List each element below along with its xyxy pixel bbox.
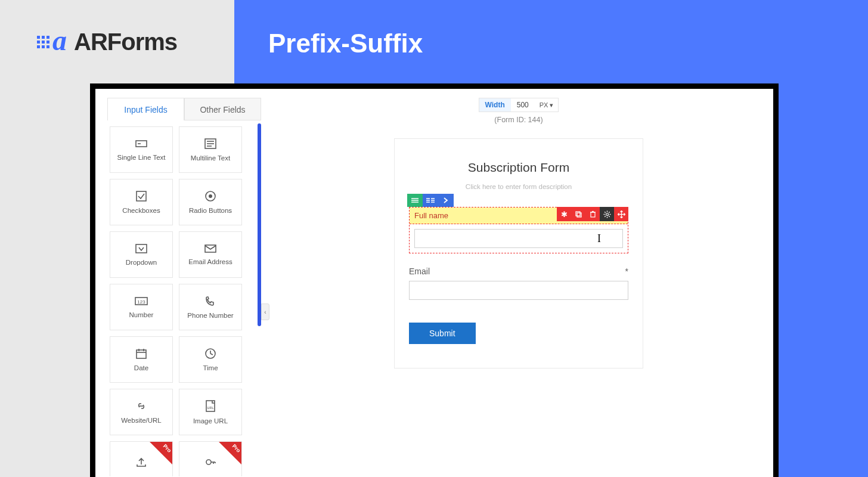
field-card-radio[interactable]: Radio Buttons bbox=[179, 179, 242, 225]
svg-rect-10 bbox=[205, 245, 216, 252]
field-card-password[interactable]: Pro bbox=[179, 441, 242, 476]
upload-icon bbox=[135, 456, 147, 468]
field-card-label: Time bbox=[203, 364, 218, 371]
email-label: Email bbox=[409, 267, 430, 276]
svg-line-54 bbox=[609, 212, 609, 212]
app-frame: Input Fields Other Fields Single Line Te… bbox=[90, 83, 779, 477]
email-icon bbox=[204, 244, 217, 253]
duplicate-icon[interactable] bbox=[571, 207, 585, 221]
field-card-multiline[interactable]: Multiline Text bbox=[179, 126, 242, 173]
field-card-label: Number bbox=[129, 311, 154, 318]
svg-line-51 bbox=[604, 212, 605, 212]
field-card-time[interactable]: Time bbox=[179, 336, 242, 383]
settings-icon[interactable] bbox=[600, 207, 614, 221]
field-card-number[interactable]: 123Number bbox=[110, 284, 173, 330]
form-description-placeholder[interactable]: Click here to enter form description bbox=[409, 183, 628, 190]
form-id-label: (Form ID: 144) bbox=[273, 116, 764, 124]
svg-rect-13 bbox=[137, 350, 146, 358]
svg-text:123: 123 bbox=[137, 299, 145, 305]
width-bar: Width 500 PX ▾ bbox=[273, 98, 764, 112]
move-icon[interactable] bbox=[614, 207, 628, 221]
field-card-label: Date bbox=[134, 364, 148, 371]
field-card-label: Radio Buttons bbox=[189, 207, 232, 214]
date-icon bbox=[135, 348, 147, 360]
selected-field-block[interactable]: ✱ bbox=[409, 207, 628, 253]
image-url-icon: URL bbox=[204, 399, 216, 413]
required-mark: * bbox=[625, 267, 628, 276]
svg-point-8 bbox=[209, 194, 212, 198]
submit-button[interactable]: Submit bbox=[409, 323, 476, 344]
field-card-phone[interactable]: Phone Number bbox=[179, 284, 242, 330]
layout-two-column-icon[interactable] bbox=[423, 194, 438, 207]
form-canvas: Width 500 PX ▾ (Form ID: 144) Subscripti… bbox=[273, 98, 764, 476]
layout-more-icon[interactable] bbox=[438, 194, 454, 207]
delete-icon[interactable] bbox=[585, 207, 600, 221]
width-value[interactable]: 500 bbox=[511, 98, 535, 111]
field-card-checkbox[interactable]: Checkboxes bbox=[110, 179, 173, 225]
sidebar-scrollbar[interactable] bbox=[258, 123, 261, 326]
svg-rect-6 bbox=[137, 191, 146, 201]
field-card-single-line[interactable]: Single Line Text bbox=[110, 126, 173, 173]
field-card-label: Website/URL bbox=[121, 417, 162, 424]
svg-text:URL: URL bbox=[207, 406, 213, 410]
layout-single-column-icon[interactable] bbox=[407, 194, 423, 207]
pro-ribbon bbox=[150, 442, 172, 464]
url-icon bbox=[135, 400, 148, 412]
time-icon bbox=[204, 348, 216, 360]
brand-name: ARForms bbox=[74, 29, 177, 55]
svg-line-53 bbox=[604, 216, 605, 216]
svg-rect-42 bbox=[577, 213, 581, 217]
field-card-label: Single Line Text bbox=[117, 154, 166, 161]
email-field-block[interactable]: Email * bbox=[409, 267, 628, 300]
svg-point-28 bbox=[206, 460, 211, 464]
chevron-left-icon: ‹ bbox=[264, 309, 266, 315]
form-title[interactable]: Subscription Form bbox=[409, 160, 628, 175]
single-line-icon bbox=[135, 138, 148, 149]
field-card-upload[interactable]: Pro bbox=[110, 441, 173, 476]
tab-input-fields[interactable]: Input Fields bbox=[107, 98, 184, 120]
password-icon bbox=[204, 456, 216, 468]
page-title: Prefix-Suffix bbox=[268, 29, 423, 58]
field-card-dropdown[interactable]: Dropdown bbox=[110, 231, 173, 278]
fullname-input[interactable] bbox=[414, 229, 623, 248]
field-card-label: Phone Number bbox=[187, 312, 233, 319]
svg-rect-9 bbox=[136, 244, 147, 253]
svg-rect-41 bbox=[576, 212, 580, 216]
width-unit-dropdown[interactable]: PX ▾ bbox=[535, 98, 559, 111]
svg-rect-43 bbox=[591, 212, 595, 217]
email-input[interactable] bbox=[409, 281, 628, 300]
sidebar-collapse-handle[interactable]: ‹ bbox=[261, 303, 269, 320]
field-card-image-url[interactable]: URLImage URL bbox=[179, 389, 242, 435]
right-blue-column bbox=[779, 86, 868, 477]
field-card-date[interactable]: Date bbox=[110, 336, 173, 383]
tab-other-fields[interactable]: Other Fields bbox=[184, 98, 261, 120]
logo-a-glyph: a bbox=[52, 26, 67, 55]
field-card-label: Checkboxes bbox=[122, 207, 160, 214]
svg-rect-0 bbox=[136, 141, 147, 147]
multiline-icon bbox=[204, 138, 217, 150]
dropdown-icon bbox=[135, 243, 148, 254]
brand-logo: a ARForms bbox=[37, 29, 177, 55]
phone-icon bbox=[204, 295, 216, 307]
field-card-label: Email Address bbox=[188, 258, 232, 265]
field-card-label: Image URL bbox=[193, 417, 228, 425]
radio-icon bbox=[204, 190, 216, 202]
checkbox-icon bbox=[135, 190, 147, 202]
svg-line-24 bbox=[210, 354, 213, 355]
field-card-url[interactable]: Website/URL bbox=[110, 389, 173, 435]
field-card-label: Multiline Text bbox=[191, 154, 230, 162]
fields-sidebar: Input Fields Other Fields Single Line Te… bbox=[107, 98, 261, 476]
number-icon: 123 bbox=[134, 296, 148, 306]
pro-ribbon bbox=[219, 442, 241, 464]
form-card: Subscription Form Click here to enter fo… bbox=[394, 138, 643, 368]
text-cursor-icon: I bbox=[597, 233, 601, 245]
svg-line-52 bbox=[609, 216, 609, 216]
field-card-email[interactable]: Email Address bbox=[179, 231, 242, 278]
svg-point-46 bbox=[606, 213, 608, 215]
width-label: Width bbox=[479, 98, 511, 111]
logo-mark: a bbox=[37, 30, 67, 55]
required-icon[interactable]: ✱ bbox=[557, 207, 571, 221]
field-card-label: Dropdown bbox=[126, 259, 157, 266]
